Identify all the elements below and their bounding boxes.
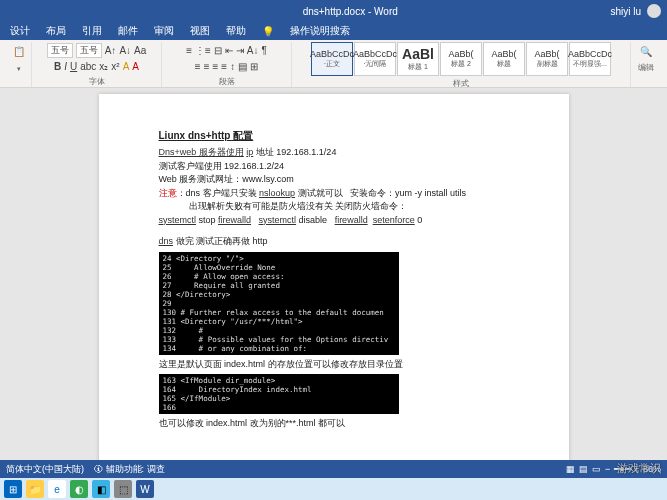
tab-review[interactable]: 审阅	[154, 24, 174, 38]
clear-format-icon[interactable]: Aa	[134, 45, 146, 56]
group-font-label: 字体	[89, 76, 105, 87]
task-edge[interactable]: e	[48, 480, 66, 498]
style-subtitle[interactable]: AaBb(副标题	[526, 42, 568, 76]
tell-me[interactable]: 操作说明搜索	[290, 24, 350, 38]
task-word[interactable]: W	[136, 480, 154, 498]
font-name[interactable]: 五号	[47, 43, 73, 58]
paste-icon[interactable]: 📋	[13, 46, 25, 57]
align-center-icon[interactable]: ≡	[204, 61, 210, 72]
sub-icon[interactable]: x₂	[99, 61, 108, 72]
marks-icon[interactable]: ¶	[261, 45, 266, 56]
justify-icon[interactable]: ≡	[221, 61, 227, 72]
style-title[interactable]: AaBb(标题	[483, 42, 525, 76]
start-icon[interactable]: ⊞	[4, 480, 22, 498]
title-bar: dns+http.docx - Word shiyi lu	[0, 0, 667, 22]
style-nospace[interactable]: AaBbCcDc·无间隔	[354, 42, 396, 76]
task-explorer[interactable]: 📁	[26, 480, 44, 498]
status-lang[interactable]: 简体中文(中国大陆)	[6, 463, 84, 476]
code-block-1: 24 <Directory "/"> 25 AllowOverride None…	[159, 252, 399, 355]
italic-icon[interactable]: I	[64, 61, 67, 72]
view-web-icon[interactable]: ▭	[592, 464, 601, 474]
underline-icon[interactable]: U	[70, 61, 77, 72]
sup-icon[interactable]: x²	[111, 61, 119, 72]
zoom-out-icon[interactable]: −	[605, 464, 610, 474]
style-emphasis[interactable]: AaBbCcDc不明显强...	[569, 42, 611, 76]
group-edit-label: 编辑	[638, 62, 654, 73]
window-title: dns+http.docx - Word	[90, 6, 610, 17]
avatar[interactable]	[647, 4, 661, 18]
task-app1[interactable]: ◧	[92, 480, 110, 498]
line-spacing-icon[interactable]: ↕	[230, 61, 235, 72]
font-color-icon[interactable]: A	[132, 61, 139, 72]
menu-bar: 设计 布局 引用 邮件 审阅 视图 帮助 💡 操作说明搜索	[0, 22, 667, 40]
status-accessibility[interactable]: 🛈 辅助功能: 调查	[94, 463, 165, 476]
tab-mailings[interactable]: 邮件	[118, 24, 138, 38]
indent-inc-icon[interactable]: ⇥	[236, 45, 244, 56]
view-read-icon[interactable]: ▦	[566, 464, 575, 474]
tab-design[interactable]: 设计	[10, 24, 30, 38]
tab-view[interactable]: 视图	[190, 24, 210, 38]
shading-icon[interactable]: ▤	[238, 61, 247, 72]
page[interactable]: Liunx dns+http 配置 Dns+web 服务器使用 ip 地址 19…	[99, 94, 569, 460]
sort-icon[interactable]: A↓	[247, 45, 259, 56]
code-block-2: 163 <IfModule dir_module> 164 DirectoryI…	[159, 374, 399, 414]
numbering-icon[interactable]: ⋮≡	[195, 45, 211, 56]
group-para-label: 段落	[219, 76, 235, 87]
font-size[interactable]: 五号	[76, 43, 102, 58]
bullets-icon[interactable]: ≡	[186, 45, 192, 56]
find-icon[interactable]: 🔍	[640, 46, 652, 57]
chevron-down-icon[interactable]: ▾	[17, 65, 21, 73]
task-browser[interactable]: ◐	[70, 480, 88, 498]
tab-help[interactable]: 帮助	[226, 24, 246, 38]
multilevel-icon[interactable]: ⊟	[214, 45, 222, 56]
styles-gallery[interactable]: AaBbCcDc·正文 AaBbCcDc·无间隔 AaBl标题 1 AaBb(标…	[311, 42, 611, 76]
style-h1[interactable]: AaBl标题 1	[397, 42, 439, 76]
group-styles-label: 样式	[453, 78, 469, 89]
ribbon: 📋 ▾ 五号 五号 A↑ A↓ Aa B I U abc x₂ x² A A 字…	[0, 40, 667, 88]
grow-font-icon[interactable]: A↑	[105, 45, 117, 56]
align-left-icon[interactable]: ≡	[195, 61, 201, 72]
doc-heading: Liunx dns+http 配置	[159, 128, 509, 143]
shrink-font-icon[interactable]: A↓	[119, 45, 131, 56]
status-bar: 简体中文(中国大陆) 🛈 辅助功能: 调查 ▦ ▤ ▭ − ━●━ + 86%	[0, 460, 667, 478]
tab-references[interactable]: 引用	[82, 24, 102, 38]
strike-icon[interactable]: abc	[80, 61, 96, 72]
indent-dec-icon[interactable]: ⇤	[225, 45, 233, 56]
task-app2[interactable]: ⬚	[114, 480, 132, 498]
highlight-icon[interactable]: A	[123, 61, 130, 72]
view-print-icon[interactable]: ▤	[579, 464, 588, 474]
style-h2[interactable]: AaBb(标题 2	[440, 42, 482, 76]
align-right-icon[interactable]: ≡	[213, 61, 219, 72]
bold-icon[interactable]: B	[54, 61, 61, 72]
taskbar: ⊞ 📁 e ◐ ◧ ⬚ W	[0, 478, 667, 500]
watermark: 游戏常识	[617, 461, 661, 476]
tab-layout[interactable]: 布局	[46, 24, 66, 38]
document-area[interactable]: Liunx dns+http 配置 Dns+web 服务器使用 ip 地址 19…	[0, 88, 667, 460]
user-name[interactable]: shiyi lu	[610, 6, 641, 17]
border-icon[interactable]: ⊞	[250, 61, 258, 72]
style-normal[interactable]: AaBbCcDc·正文	[311, 42, 353, 76]
lightbulb-icon: 💡	[262, 26, 274, 37]
